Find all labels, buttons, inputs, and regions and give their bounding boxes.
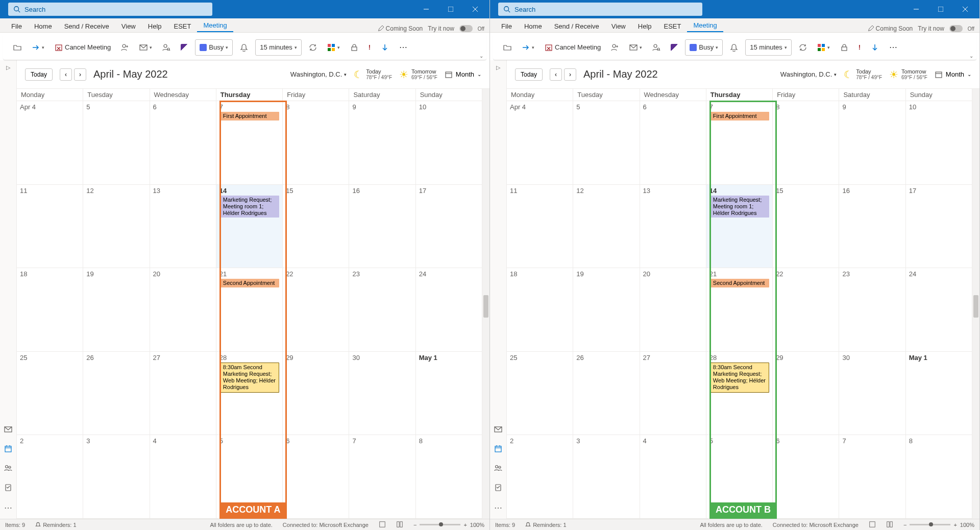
try-it-now-link[interactable]: Try it now — [428, 25, 454, 32]
more-button[interactable]: ⋯ — [886, 39, 900, 56]
view-reading-button[interactable] — [396, 521, 403, 529]
vertical-scrollbar[interactable] — [972, 89, 979, 519]
calendar-cell[interactable]: 12 — [83, 185, 150, 269]
calendar-cell[interactable]: 21Second Appointment — [706, 268, 773, 352]
status-reminders[interactable]: Reminders: 1 — [525, 522, 566, 528]
calendar-cell[interactable]: 9 — [349, 101, 415, 185]
calendar-cell[interactable]: 16 — [839, 185, 905, 269]
ribbon-collapse-button[interactable]: ⌄ — [479, 53, 483, 59]
calendar-cell[interactable]: 25 — [17, 352, 83, 436]
calendar-cell[interactable]: 29 — [773, 352, 839, 436]
tasks-nav-icon[interactable] — [494, 484, 502, 494]
status-reminders[interactable]: Reminders: 1 — [35, 522, 76, 528]
open-button[interactable] — [10, 39, 24, 56]
calendar-cell[interactable]: 22 — [283, 268, 349, 352]
cancel-meeting-button[interactable]: Cancel Meeting — [52, 39, 114, 56]
calendar-nav-icon[interactable] — [494, 445, 502, 455]
search-input[interactable]: Search — [8, 3, 212, 16]
calendar-cell[interactable]: 7First Appointment — [216, 101, 283, 185]
reminder-dropdown[interactable]: 15 minutes▾ — [255, 39, 302, 56]
low-importance-button[interactable] — [868, 39, 882, 56]
response-options-button[interactable]: ▾ — [626, 39, 645, 56]
appointment[interactable]: First Appointment — [219, 112, 279, 121]
appointment[interactable]: Second Appointment — [709, 279, 769, 287]
calendar-cell[interactable]: 8 — [283, 101, 349, 185]
mail-nav-icon[interactable] — [4, 425, 12, 436]
tab-send-receive[interactable]: Send / Receive — [548, 20, 605, 32]
coming-soon-toggle[interactable] — [459, 25, 473, 32]
calendar-cell[interactable]: 8 — [416, 435, 482, 519]
busy-dropdown[interactable]: Busy▾ — [195, 39, 233, 56]
high-importance-button[interactable]: ! — [855, 39, 864, 56]
close-button[interactable] — [955, 0, 975, 18]
categorize-button[interactable]: ▾ — [814, 39, 833, 56]
calendar-cell[interactable]: 30 — [349, 352, 415, 436]
appointment[interactable]: First Appointment — [709, 112, 769, 121]
forward-button[interactable]: ▾ — [29, 39, 47, 56]
calendar-cell[interactable]: 288:30am Second Marketing Request; Web M… — [706, 352, 773, 436]
calendar-cell[interactable]: 23 — [839, 268, 905, 352]
add-attendee-button[interactable] — [608, 39, 622, 56]
tab-meeting[interactable]: Meeting — [687, 19, 723, 32]
calendar-cell[interactable]: 7First Appointment — [706, 101, 773, 185]
calendar-cell[interactable]: 17 — [416, 185, 482, 269]
calendar-cell[interactable]: 9 — [839, 101, 905, 185]
calendar-cell[interactable]: 5 — [573, 101, 640, 185]
tab-send-receive[interactable]: Send / Receive — [58, 20, 115, 32]
calendar-cell[interactable]: 3 — [573, 435, 640, 519]
show-as-button[interactable] — [668, 39, 681, 56]
calendar-cell[interactable]: 16 — [349, 185, 415, 269]
calendar-cell[interactable]: 27 — [150, 352, 216, 436]
calendar-cell[interactable]: Apr 4 — [17, 101, 83, 185]
calendar-cell[interactable]: 4 — [640, 435, 706, 519]
view-dropdown[interactable]: Month⌄ — [445, 70, 481, 79]
open-button[interactable] — [500, 39, 514, 56]
calendar-cell[interactable]: May 1 — [906, 352, 972, 436]
tab-file[interactable]: File — [495, 20, 518, 32]
calendar-cell[interactable]: 17 — [906, 185, 972, 269]
calendar-cell[interactable]: 20 — [150, 268, 216, 352]
tab-help[interactable]: Help — [632, 20, 658, 32]
calendar-cell[interactable]: 24 — [906, 268, 972, 352]
people-nav-icon[interactable] — [494, 464, 502, 474]
more-button[interactable]: ⋯ — [396, 39, 410, 56]
low-importance-button[interactable] — [378, 39, 392, 56]
calendar-cell[interactable]: 6 — [640, 101, 706, 185]
tasks-nav-icon[interactable] — [4, 484, 12, 494]
appointment[interactable]: Second Appointment — [219, 279, 279, 287]
mail-nav-icon[interactable] — [494, 425, 502, 436]
cancel-meeting-button[interactable]: Cancel Meeting — [542, 39, 604, 56]
maximize-button[interactable] — [930, 0, 951, 18]
calendar-cell[interactable]: 14Marketing Request; Meeting room 1; Hél… — [216, 185, 283, 269]
tab-view[interactable]: View — [115, 20, 142, 32]
calendar-cell[interactable]: 23 — [349, 268, 415, 352]
calendar-cell[interactable]: 26 — [573, 352, 640, 436]
minimize-button[interactable] — [416, 0, 436, 18]
calendar-cell[interactable]: 6 — [150, 101, 216, 185]
calendar-cell[interactable]: 29 — [283, 352, 349, 436]
calendar-cell[interactable]: 4 — [150, 435, 216, 519]
calendar-cell[interactable]: 15 — [773, 185, 839, 269]
today-button[interactable]: Today — [515, 68, 543, 81]
calendar-cell[interactable]: 19 — [573, 268, 640, 352]
calendar-cell[interactable]: 7 — [839, 435, 905, 519]
vertical-scrollbar[interactable] — [482, 89, 489, 519]
calendar-cell[interactable]: 8 — [906, 435, 972, 519]
people-nav-icon[interactable] — [4, 464, 12, 474]
reminder-dropdown[interactable]: 15 minutes▾ — [745, 39, 792, 56]
calendar-cell[interactable]: 22 — [773, 268, 839, 352]
calendar-cell[interactable]: 15 — [283, 185, 349, 269]
appointment[interactable]: Marketing Request; Meeting room 1; Hélde… — [219, 196, 279, 218]
prev-period-button[interactable]: ‹ — [550, 68, 562, 81]
tab-eset[interactable]: ESET — [168, 20, 198, 32]
private-button[interactable] — [837, 39, 851, 56]
calendar-cell[interactable]: 3 — [83, 435, 150, 519]
expand-nav-button[interactable]: ▷ — [6, 64, 10, 71]
next-period-button[interactable]: › — [74, 68, 86, 81]
calendar-cell[interactable]: 18 — [17, 268, 83, 352]
tab-eset[interactable]: ESET — [658, 20, 688, 32]
location-dropdown[interactable]: Washington, D.C.▾ — [290, 70, 347, 78]
calendar-cell[interactable]: 18 — [507, 268, 573, 352]
today-button[interactable]: Today — [25, 68, 53, 81]
calendar-nav-icon[interactable] — [4, 445, 12, 455]
